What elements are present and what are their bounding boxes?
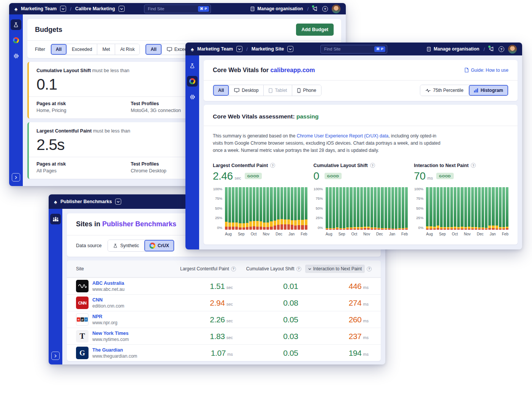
histogram-bar[interactable] — [274, 187, 276, 230]
histogram-bar[interactable] — [461, 187, 463, 230]
site-switcher[interactable]: Publisher Benchmarks — [60, 199, 112, 204]
help-icon[interactable]: ? — [322, 6, 328, 12]
team-switcher[interactable]: Marketing Team — [21, 6, 57, 11]
table-row[interactable]: G The Guardian www.theguardian.com 1.07m… — [67, 344, 381, 361]
calibre-logo-icon[interactable]: ♠ — [14, 6, 17, 12]
histogram-bar[interactable] — [377, 187, 380, 230]
histogram-bar[interactable] — [239, 187, 241, 230]
histogram-bar[interactable] — [263, 187, 266, 230]
histogram-bar[interactable] — [242, 187, 245, 230]
histogram-bar[interactable] — [277, 187, 280, 230]
announcements-megaphone-icon[interactable] — [313, 6, 318, 11]
sidebar-item-synthetic[interactable] — [11, 19, 21, 30]
synthetic-tab[interactable]: Synthetic — [108, 240, 144, 251]
question-icon[interactable]: ? — [370, 163, 375, 168]
site-link[interactable]: The Guardian — [92, 347, 137, 353]
histogram-bar[interactable] — [496, 187, 498, 230]
histogram-bar[interactable] — [468, 187, 470, 230]
help-icon[interactable]: ? — [499, 46, 504, 52]
manage-organisation-button[interactable]: Manage organisation — [250, 6, 303, 11]
filter-at-risk-button[interactable]: At Risk — [115, 44, 139, 55]
device-all-button[interactable]: All — [146, 44, 161, 55]
histogram-bar[interactable] — [454, 187, 456, 230]
histogram-bar[interactable] — [499, 187, 502, 230]
histogram-bar[interactable] — [332, 187, 335, 230]
histogram-bar[interactable] — [232, 187, 234, 230]
histogram-bar[interactable] — [450, 187, 453, 230]
chevron-down-icon[interactable] — [60, 6, 66, 12]
histogram-bar[interactable] — [329, 187, 332, 230]
histogram-bar[interactable] — [388, 187, 391, 230]
histogram-bar[interactable] — [433, 187, 436, 230]
histogram-bar[interactable] — [405, 187, 408, 230]
avatar[interactable] — [508, 45, 517, 54]
table-row[interactable]: CNN CNN edition.cnn.com 2.94sec 0.08 274… — [67, 294, 381, 311]
histogram-bar[interactable] — [492, 187, 494, 230]
histogram-bar[interactable] — [253, 187, 255, 230]
histogram-bar[interactable] — [294, 187, 297, 230]
filter-met-button[interactable]: Met — [97, 44, 115, 55]
tab-all[interactable]: All — [213, 85, 229, 96]
histogram-bar[interactable] — [437, 187, 439, 230]
histogram-bar[interactable] — [481, 187, 484, 230]
search-input[interactable] — [148, 6, 198, 11]
histogram-bar[interactable] — [464, 187, 467, 230]
histogram-bar[interactable] — [249, 187, 252, 230]
histogram-bar[interactable] — [339, 187, 342, 230]
histogram-bar[interactable] — [350, 187, 352, 230]
manage-organisation-button[interactable]: Manage organisation — [426, 46, 479, 52]
histogram-bar[interactable] — [440, 187, 443, 230]
histogram-bar[interactable] — [326, 187, 328, 230]
column-site[interactable]: Site — [76, 266, 171, 271]
histogram-bar[interactable] — [360, 187, 363, 230]
histogram-bar[interactable] — [353, 187, 356, 230]
table-row[interactable]: ABC Australia www.abc.net.au 1.51sec 0.0… — [67, 278, 381, 294]
histogram-bar[interactable] — [287, 187, 290, 230]
histogram-bar[interactable] — [235, 187, 238, 230]
histogram-bar[interactable] — [402, 187, 404, 230]
tab-phone[interactable]: Phone — [292, 85, 321, 96]
column-lcp[interactable]: Largest Contentful Paint? — [171, 266, 236, 271]
histogram-bar[interactable] — [395, 187, 397, 230]
site-link[interactable]: NPR — [92, 314, 117, 319]
chevron-down-icon[interactable] — [287, 46, 293, 52]
histogram-bar[interactable] — [228, 187, 231, 230]
histogram-bar[interactable] — [280, 187, 283, 230]
column-inp-sorted[interactable]: Interaction to Next Paint ? — [301, 265, 372, 273]
histogram-bar[interactable] — [343, 187, 345, 230]
histogram-bar[interactable] — [398, 187, 401, 230]
sidebar-expand-button[interactable] — [12, 173, 20, 181]
filter-exceeded-button[interactable]: Exceeded — [66, 44, 97, 55]
histogram-bar[interactable] — [471, 187, 474, 230]
histogram-bar[interactable] — [426, 187, 429, 230]
sorted-column-pill[interactable]: Interaction to Next Paint — [305, 265, 365, 273]
team-switcher[interactable]: Marketing Team — [197, 46, 233, 52]
find-site-search[interactable]: ⌘ P — [320, 45, 387, 54]
question-icon[interactable]: ? — [231, 267, 236, 271]
sidebar-item-crux[interactable] — [187, 76, 198, 87]
add-budget-button[interactable]: Add Budget — [296, 24, 334, 36]
tab-histogram[interactable]: Histogram — [469, 85, 508, 96]
question-icon[interactable]: ? — [296, 267, 301, 271]
site-link[interactable]: New York Times — [92, 331, 129, 336]
histogram-bar[interactable] — [429, 187, 432, 230]
histogram-bar[interactable] — [367, 187, 370, 230]
chevron-down-icon[interactable] — [115, 199, 121, 205]
tab-tablet[interactable]: Tablet — [263, 85, 292, 96]
histogram-bar[interactable] — [385, 187, 387, 230]
site-link[interactable]: ABC Australia — [92, 281, 125, 286]
sidebar-item-crux[interactable] — [11, 35, 21, 46]
histogram-bar[interactable] — [370, 187, 373, 230]
histogram-bar[interactable] — [225, 187, 228, 230]
find-site-search[interactable]: ⌘ P — [144, 5, 211, 13]
sidebar-item-settings[interactable] — [187, 92, 198, 102]
calibre-logo-icon[interactable]: ♠ — [54, 199, 57, 205]
chevron-down-icon[interactable] — [236, 46, 242, 52]
histogram-bar[interactable] — [284, 187, 287, 230]
histogram-bar[interactable] — [391, 187, 394, 230]
histogram-bar[interactable] — [260, 187, 262, 230]
tab-desktop[interactable]: Desktop — [229, 85, 263, 96]
histogram-bar[interactable] — [301, 187, 304, 230]
question-icon[interactable]: ? — [471, 163, 476, 168]
histogram-bar[interactable] — [291, 187, 293, 230]
